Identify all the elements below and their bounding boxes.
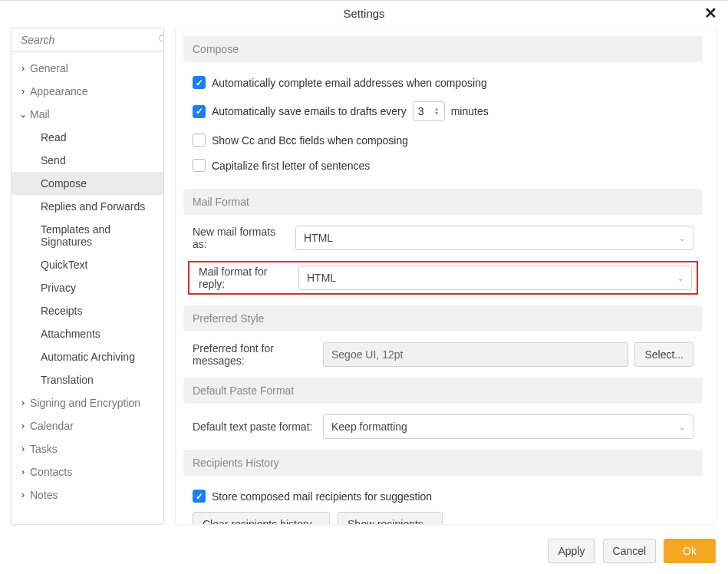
label-new-mail-format: New mail formats as:: [193, 226, 289, 250]
section-header-paste-format: Default Paste Format: [183, 378, 703, 404]
sidebar-node-appearance[interactable]: ›Appearance: [12, 80, 163, 103]
sidebar-node-label: General: [30, 62, 68, 74]
sidebar-item-replies-and-forwards[interactable]: Replies and Forwards: [12, 195, 163, 218]
label-paste-format: Default text paste format:: [193, 421, 317, 433]
chevron-right-icon: ›: [16, 86, 30, 97]
chevron-down-icon: ⌄: [679, 423, 685, 431]
clear-recipients-button[interactable]: Clear recipients history...: [193, 512, 330, 525]
svg-point-0: [160, 35, 164, 41]
select-new-mail-format[interactable]: HTML ⌄: [295, 226, 693, 250]
sidebar-item-compose[interactable]: Compose: [12, 172, 163, 195]
sidebar-node-tasks[interactable]: ›Tasks: [12, 437, 163, 460]
sidebar-node-label: Mail: [30, 108, 50, 120]
label-auto-save-pre: Automatically save emails to drafts ever…: [212, 105, 407, 117]
autosave-minutes-input[interactable]: 3 ▲▼: [413, 101, 445, 121]
section-header-mail-format: Mail Format: [183, 189, 703, 215]
sidebar-node-label: Signing and Encryption: [30, 397, 140, 409]
checkbox-auto-save[interactable]: ✓: [193, 105, 206, 118]
sidebar-item-send[interactable]: Send: [12, 149, 163, 172]
sidebar-item-translation[interactable]: Translation: [12, 368, 163, 391]
section-header-compose: Compose: [183, 36, 703, 62]
preferred-font-display: Segoe UI, 12pt: [323, 342, 628, 367]
sidebar-node-calendar[interactable]: ›Calendar: [12, 414, 163, 437]
label-preferred-font: Preferred font for messages:: [193, 342, 317, 367]
label-store-recipients: Store composed mail recipients for sugge…: [212, 490, 432, 503]
highlight-mail-format-reply: Mail format for reply: HTML ⌄: [188, 261, 698, 295]
sidebar-node-label: Appearance: [30, 85, 88, 97]
sidebar-item-receipts[interactable]: Receipts: [12, 299, 163, 322]
close-icon[interactable]: ✕: [704, 5, 717, 21]
sidebar-node-notes[interactable]: ›Notes: [12, 483, 163, 506]
sidebar-item-templates-and-signatures[interactable]: Templates and Signatures: [12, 218, 163, 253]
sidebar-item-read[interactable]: Read: [12, 126, 163, 149]
sidebar-node-signing-and-encryption[interactable]: ›Signing and Encryption: [12, 391, 163, 414]
sidebar-item-privacy[interactable]: Privacy: [12, 276, 163, 299]
chevron-right-icon: ›: [16, 421, 30, 431]
chevron-right-icon: ›: [16, 444, 30, 454]
sidebar-node-general[interactable]: ›General: [12, 57, 163, 80]
settings-main: Compose ✓ Automatically complete email a…: [175, 28, 717, 525]
select-reply-mail-format[interactable]: HTML ⌄: [298, 266, 692, 290]
settings-sidebar: ›General›Appearance⌄MailReadSendComposeR…: [11, 28, 164, 525]
checkbox-show-ccbcc[interactable]: [193, 134, 206, 147]
section-header-preferred-style: Preferred Style: [183, 305, 703, 332]
sidebar-item-quicktext[interactable]: QuickText: [12, 253, 163, 276]
sidebar-item-attachments[interactable]: Attachments: [12, 322, 163, 345]
dialog-title: Settings: [343, 7, 384, 20]
sidebar-node-mail[interactable]: ⌄Mail: [12, 103, 163, 126]
checkbox-auto-complete[interactable]: ✓: [193, 76, 206, 89]
chevron-down-icon: ⌄: [679, 234, 685, 242]
ok-button[interactable]: Ok: [664, 539, 716, 563]
label-capitalize: Capitalize first letter of sentences: [212, 160, 370, 172]
checkbox-store-recipients[interactable]: ✓: [193, 490, 206, 503]
label-auto-complete: Automatically complete email addresses w…: [212, 77, 487, 89]
spinner-icon[interactable]: ▲▼: [434, 107, 440, 116]
sidebar-node-label: Notes: [30, 489, 58, 501]
chevron-right-icon: ›: [16, 467, 30, 477]
label-auto-save-post: minutes: [451, 105, 489, 117]
chevron-down-icon: ⌄: [16, 109, 30, 120]
sidebar-node-label: Tasks: [30, 443, 58, 455]
search-input[interactable]: [19, 33, 158, 47]
chevron-right-icon: ›: [16, 398, 30, 408]
chevron-right-icon: ›: [16, 490, 30, 500]
sidebar-node-contacts[interactable]: ›Contacts: [12, 460, 163, 483]
apply-button[interactable]: Apply: [548, 539, 595, 563]
checkbox-capitalize[interactable]: [193, 159, 206, 172]
select-paste-format[interactable]: Keep formatting ⌄: [323, 414, 693, 439]
chevron-right-icon: ›: [16, 63, 30, 74]
sidebar-item-automatic-archiving[interactable]: Automatic Archiving: [12, 345, 163, 368]
section-header-recipients: Recipients History: [183, 450, 703, 476]
sidebar-node-label: Contacts: [30, 466, 72, 478]
select-font-button[interactable]: Select...: [634, 342, 693, 367]
cancel-button[interactable]: Cancel: [603, 539, 657, 563]
chevron-down-icon: ⌄: [677, 274, 684, 282]
show-recipients-button[interactable]: Show recipients...: [338, 512, 443, 525]
search-icon: [158, 34, 164, 47]
label-reply-mail-format: Mail format for reply:: [199, 266, 292, 290]
sidebar-node-label: Calendar: [30, 420, 74, 432]
label-show-ccbcc: Show Cc and Bcc fields when composing: [212, 134, 408, 147]
